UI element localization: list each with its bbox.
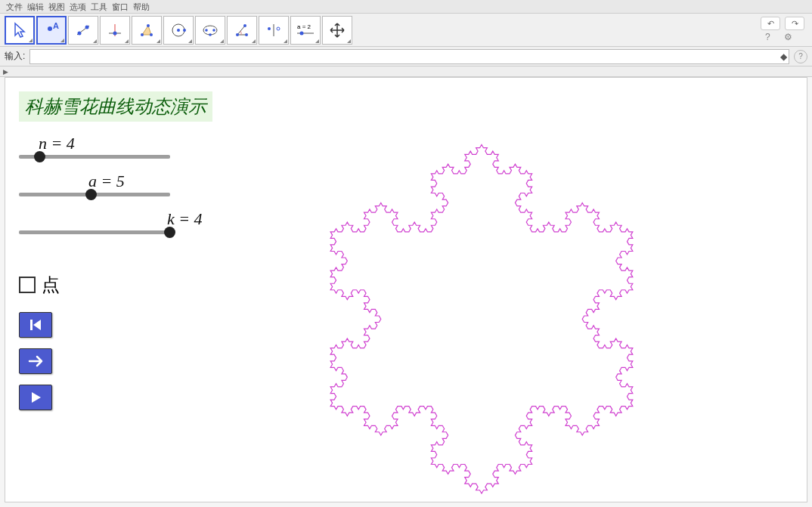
redo-button[interactable]: ↷: [785, 17, 804, 30]
undo-button[interactable]: ↶: [761, 17, 780, 30]
play-button[interactable]: [19, 385, 52, 410]
slider-n-label: n = 4: [39, 134, 215, 153]
svg-point-18: [209, 33, 212, 36]
svg-rect-28: [30, 320, 33, 330]
slider-k-thumb[interactable]: [164, 227, 175, 238]
tool-slider[interactable]: a = 2: [290, 16, 321, 45]
svg-point-13: [177, 29, 180, 32]
input-field[interactable]: ◆: [29, 49, 789, 64]
menu-help[interactable]: 帮助: [133, 2, 150, 11]
page-title: 科赫雪花曲线动态演示: [19, 91, 212, 122]
menu-file[interactable]: 文件: [6, 2, 23, 11]
svg-point-7: [113, 31, 117, 35]
menu-edit[interactable]: 编辑: [27, 2, 44, 11]
slider-n-track[interactable]: [19, 155, 170, 159]
svg-point-24: [277, 27, 280, 30]
settings-icon[interactable]: ⚙: [784, 32, 792, 42]
svg-point-4: [85, 25, 89, 29]
tool-circle[interactable]: [163, 16, 194, 45]
svg-point-23: [268, 27, 271, 30]
help-icon[interactable]: ?: [765, 32, 770, 42]
svg-point-16: [205, 29, 208, 32]
menu-tools[interactable]: 工具: [91, 2, 107, 11]
next-button[interactable]: [19, 348, 52, 374]
slider-a-track[interactable]: [19, 193, 170, 196]
toolbar-right: ↶ ↷ ? ⚙: [761, 17, 804, 42]
tool-angle[interactable]: [227, 16, 257, 45]
svg-point-9: [141, 33, 144, 36]
slider-n: n = 4: [19, 134, 215, 159]
input-row: 输入: ◆ ?: [0, 47, 812, 66]
menubar: 文件 编辑 视图 选项 工具 窗口 帮助: [0, 0, 812, 14]
collapse-triangle-icon[interactable]: ▶: [3, 68, 8, 76]
input-help-button[interactable]: ?: [794, 50, 807, 63]
svg-point-10: [150, 33, 153, 36]
tool-perpendicular[interactable]: [100, 16, 130, 45]
svg-text:a = 2: a = 2: [297, 23, 311, 30]
menu-window[interactable]: 窗口: [112, 2, 129, 11]
svg-point-19: [236, 33, 239, 36]
svg-marker-8: [142, 26, 151, 35]
tool-cursor[interactable]: [5, 16, 35, 45]
svg-text:A: A: [53, 21, 59, 30]
slider-k-label: k = 4: [167, 209, 215, 229]
slider-n-thumb[interactable]: [34, 151, 45, 162]
canvas-area[interactable]: 科赫雪花曲线动态演示 n = 4 a = 5 k = 4 点: [5, 77, 807, 502]
checkbox-points: 点: [19, 273, 60, 297]
input-label: 输入:: [5, 50, 25, 63]
view-collapse-bar: ▶: [0, 66, 812, 77]
svg-point-11: [147, 24, 150, 27]
slider-a-label: a = 5: [88, 172, 215, 191]
tool-ellipse[interactable]: [195, 16, 225, 45]
menu-view[interactable]: 视图: [48, 2, 65, 11]
svg-point-14: [183, 29, 186, 32]
svg-point-27: [300, 31, 304, 35]
svg-marker-30: [32, 392, 41, 403]
checkbox-points-label: 点: [42, 273, 60, 297]
reset-button[interactable]: [19, 312, 52, 338]
svg-point-21: [243, 24, 246, 27]
svg-marker-29: [33, 320, 41, 330]
svg-point-17: [212, 29, 215, 32]
checkbox-points-box[interactable]: [19, 277, 36, 293]
tool-line[interactable]: [68, 16, 98, 45]
svg-point-20: [245, 33, 248, 36]
toolbar: A a = 2 ↶ ↷ ? ⚙: [0, 14, 812, 47]
slider-a: a = 5: [19, 172, 215, 196]
svg-point-3: [78, 31, 82, 35]
tool-move[interactable]: [322, 16, 352, 45]
input-dropdown-icon[interactable]: ◆: [780, 51, 787, 62]
tool-polygon[interactable]: [132, 16, 162, 45]
slider-a-thumb[interactable]: [85, 189, 97, 200]
svg-point-0: [48, 26, 52, 31]
slider-k: k = 4: [19, 209, 215, 234]
tool-reflect[interactable]: [259, 16, 289, 45]
tool-point[interactable]: A: [36, 16, 67, 45]
koch-snowflake-display: [293, 116, 671, 507]
slider-k-track[interactable]: [19, 230, 170, 234]
menu-options[interactable]: 选项: [70, 2, 86, 11]
